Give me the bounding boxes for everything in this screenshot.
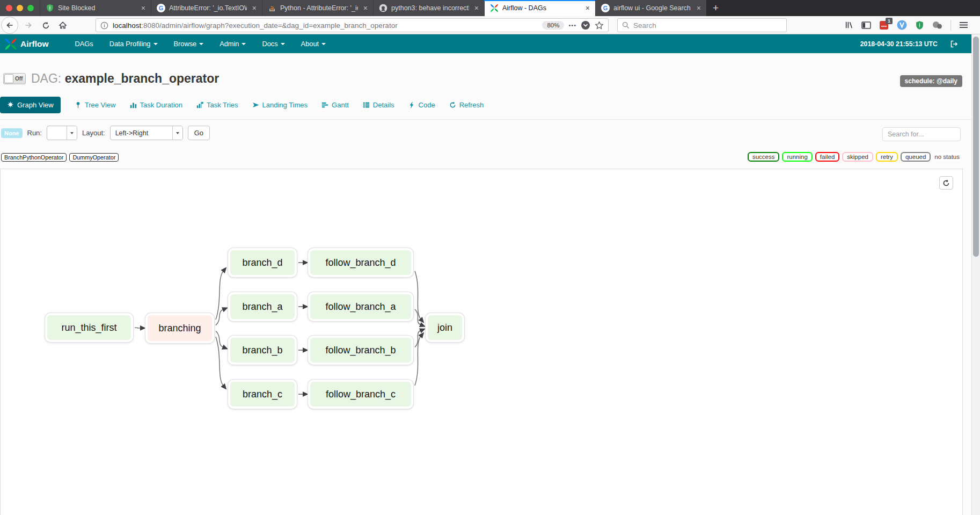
task-node-follow_branch_d[interactable]: follow_branch_d <box>308 248 413 277</box>
navbar-item-dags[interactable]: DAGs <box>67 34 101 53</box>
bookmark-star-icon[interactable] <box>595 21 604 30</box>
tab-title: AttributeError: '_io.TextIOWrapp <box>169 4 247 12</box>
view-tab-label: Graph View <box>17 101 54 109</box>
library-icon[interactable] <box>844 20 853 30</box>
graph-refresh-button[interactable] <box>939 176 953 190</box>
pin-icon <box>75 101 82 108</box>
dag-header: Off DAG: example_branch_operator <box>3 71 219 86</box>
tab-close-icon[interactable]: × <box>362 4 369 12</box>
page-actions-icon[interactable]: ••• <box>568 22 576 28</box>
site-info-icon[interactable] <box>100 21 108 30</box>
sidebar-toggle-icon[interactable] <box>861 21 871 30</box>
tab-close-icon[interactable]: × <box>584 4 591 12</box>
window-controls <box>0 0 40 16</box>
task-node-follow_branch_c[interactable]: follow_branch_c <box>308 380 413 409</box>
run-label: Run: <box>27 129 42 137</box>
task-search-input[interactable] <box>882 127 961 141</box>
forward-button[interactable] <box>20 17 36 33</box>
dag-graph-canvas[interactable]: run_this_firstbranchingbranch_dbranch_ab… <box>0 169 963 515</box>
view-tab-refresh[interactable]: Refresh <box>449 101 484 109</box>
airflow-icon <box>490 4 499 12</box>
edge-branching-to-branch_d <box>216 271 223 320</box>
validator-extension-icon[interactable] <box>897 20 907 30</box>
menu-hamburger-icon[interactable] <box>959 21 968 29</box>
task-node-branching[interactable]: branching <box>145 313 214 343</box>
zoom-level-badge[interactable]: 80% <box>542 21 564 30</box>
search-bar[interactable] <box>617 18 787 32</box>
maximize-window-icon[interactable] <box>27 5 34 11</box>
toolbar-separator <box>950 20 951 31</box>
view-tab-gantt[interactable]: Gantt <box>321 101 349 109</box>
new-tab-button[interactable]: + <box>706 2 725 14</box>
view-tab-graph-view[interactable]: Graph View <box>0 97 61 113</box>
reload-button[interactable] <box>38 17 54 33</box>
toolbar-extensions: 1 <box>844 16 968 34</box>
task-node-branch_d[interactable]: branch_d <box>228 248 297 277</box>
schedule-badge: schedule: @daily <box>900 75 962 87</box>
operator-badge: BranchPythonOperator <box>1 153 67 162</box>
tab-title: Site Blocked <box>58 4 136 12</box>
task-node-branch_a[interactable]: branch_a <box>228 292 297 321</box>
tab-close-icon[interactable]: × <box>473 4 480 12</box>
navbar-item-data-profiling[interactable]: Data Profiling <box>101 34 166 53</box>
view-tab-landing-times[interactable]: Landing Times <box>252 101 308 109</box>
go-button[interactable]: Go <box>188 126 210 140</box>
scrollbar-thumb[interactable] <box>973 37 979 257</box>
edge-follow_branch_c-to-join <box>415 336 421 386</box>
view-tab-details[interactable]: Details <box>363 101 394 109</box>
airflow-navbar: Airflow DAGsData ProfilingBrowseAdminDoc… <box>0 34 971 53</box>
run-select[interactable] <box>47 126 77 140</box>
edge-branching-to-branch_a <box>216 309 223 325</box>
browser-tab[interactable]: python3: behave incorrectly mo× <box>373 0 484 16</box>
navbar-item-about[interactable]: About <box>293 34 334 53</box>
pocket-icon[interactable] <box>581 20 590 30</box>
search-input[interactable] <box>633 21 782 30</box>
task-node-branch_b[interactable]: branch_b <box>228 336 297 365</box>
caret-down-icon <box>199 43 203 45</box>
cookies-extension-icon[interactable] <box>932 20 942 30</box>
navbar-item-browse[interactable]: Browse <box>166 34 212 53</box>
home-icon <box>58 21 67 30</box>
navbar-item-docs[interactable]: Docs <box>254 34 292 53</box>
search-icon <box>622 21 630 29</box>
navbar-item-admin[interactable]: Admin <box>211 34 254 53</box>
task-node-join[interactable]: join <box>426 313 464 342</box>
view-tab-tree-view[interactable]: Tree View <box>75 101 116 109</box>
extension-badge: 1 <box>886 18 893 24</box>
view-tab-code[interactable]: Code <box>408 101 435 109</box>
tab-close-icon[interactable]: × <box>251 4 258 12</box>
minimize-window-icon[interactable] <box>17 5 23 11</box>
airflow-brand[interactable]: Airflow <box>4 38 49 50</box>
task-node-follow_branch_a[interactable]: follow_branch_a <box>308 292 413 321</box>
browser-tab-active[interactable]: Airflow - DAGs× <box>484 0 595 16</box>
shield-extension-icon[interactable] <box>915 20 924 30</box>
google-icon: G <box>601 4 610 12</box>
layout-select-value: Left->Right <box>111 129 153 137</box>
tab-close-icon[interactable]: × <box>140 4 147 12</box>
browser-tab[interactable]: Python - AttributeError: '_io.Te× <box>262 0 373 16</box>
close-window-icon[interactable] <box>6 5 12 11</box>
home-button[interactable] <box>55 17 71 33</box>
task-node-branch_c[interactable]: branch_c <box>228 380 297 409</box>
view-tab-task-duration[interactable]: Task Duration <box>130 101 182 109</box>
operator-badge: DummyOperator <box>69 153 119 162</box>
browser-tab[interactable]: Site Blocked× <box>40 0 151 16</box>
tab-close-icon[interactable]: × <box>695 4 703 12</box>
logout-icon[interactable] <box>949 40 959 48</box>
view-tab-task-tries[interactable]: Task Tries <box>196 101 238 109</box>
back-button[interactable] <box>1 17 18 34</box>
browser-tab[interactable]: GAttributeError: '_io.TextIOWrapp× <box>151 0 262 16</box>
url-bar[interactable]: localhost:8080/admin/airflow/graph?execu… <box>96 18 609 32</box>
layout-select[interactable]: Left->Right <box>110 126 183 140</box>
browser-tab[interactable]: Gairflow ui - Google Search× <box>595 0 706 16</box>
task-node-run_this_first[interactable]: run_this_first <box>45 313 133 342</box>
adblock-extension-icon[interactable]: 1 <box>879 20 889 30</box>
url-text[interactable]: localhost:8080/admin/airflow/graph?execu… <box>113 21 538 30</box>
google-icon: G <box>157 4 165 12</box>
dag-pause-toggle[interactable]: Off <box>3 73 26 84</box>
graph-edges <box>1 169 963 515</box>
tab-bar: Site Blocked×GAttributeError: '_io.TextI… <box>0 0 980 16</box>
task-node-follow_branch_b[interactable]: follow_branch_b <box>308 336 413 365</box>
page-scrollbar[interactable] <box>971 34 980 515</box>
edge-run_this_first-to-branching <box>135 328 141 328</box>
